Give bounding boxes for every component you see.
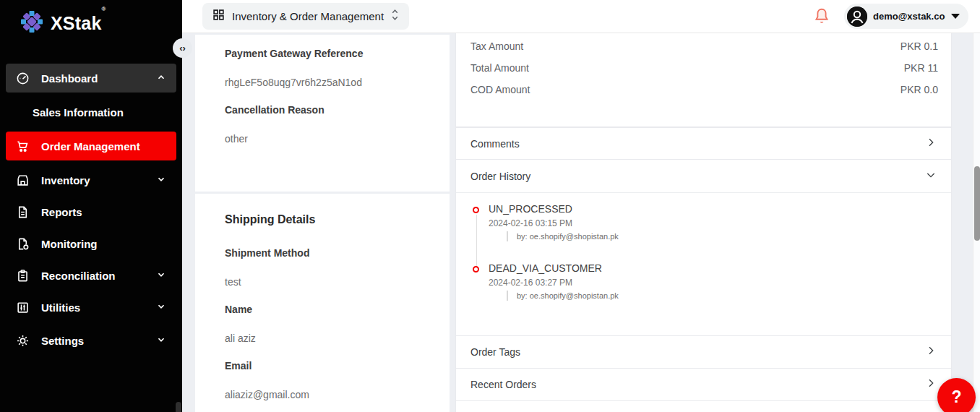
email-value: aliaziz@gmail.com bbox=[225, 389, 309, 400]
chevron-down-icon bbox=[156, 335, 168, 346]
payment-gateway-reference-value: rhgLeF5o8uqg7vr6h2z5aN1od bbox=[225, 77, 362, 88]
document-icon bbox=[14, 204, 30, 220]
notification-bell-icon[interactable] bbox=[812, 7, 831, 27]
recent-orders-label: Recent Orders bbox=[470, 379, 536, 390]
recent-orders-accordion: Recent Orders bbox=[455, 368, 952, 401]
help-button[interactable]: ? bbox=[937, 378, 976, 412]
sliders-icon bbox=[14, 299, 30, 315]
by-divider bbox=[507, 231, 508, 241]
topbar: Inventory & Order Management dem bbox=[182, 0, 980, 33]
sidebar-item-reports[interactable]: Reports bbox=[6, 198, 176, 226]
timeline-node-icon bbox=[473, 266, 479, 272]
by-divider bbox=[507, 291, 508, 301]
sidebar-item-utilities[interactable]: Utilities bbox=[6, 293, 176, 321]
page: XStak® Dashboard Sales Information bbox=[0, 0, 980, 412]
cancellation-reason-label: Cancellation Reason bbox=[225, 104, 324, 116]
summary-row-total: Total Amount PKR 11 bbox=[470, 57, 938, 79]
page-scrollbar[interactable] bbox=[973, 33, 980, 412]
chevron-right-icon bbox=[925, 345, 937, 359]
order-tags-label: Order Tags bbox=[470, 346, 520, 358]
cart-icon bbox=[14, 138, 30, 154]
tax-amount-label: Tax Amount bbox=[470, 35, 523, 57]
shipping-details-card: Shipping Details Shipment Method test Na… bbox=[195, 194, 450, 412]
history-status: DEAD_VIA_CUSTOMER bbox=[489, 262, 602, 274]
payment-details-card: Payment Gateway Reference rhgLeF5o8uqg7v… bbox=[195, 35, 450, 192]
recent-orders-accordion-header[interactable]: Recent Orders bbox=[456, 369, 951, 400]
order-tags-accordion-header[interactable]: Order Tags bbox=[456, 336, 951, 368]
amounts-summary-box: Tax Amount PKR 0.1 Total Amount PKR 11 C… bbox=[455, 32, 952, 127]
registered-mark: ® bbox=[101, 6, 106, 12]
sidebar-item-label: Order Management bbox=[41, 140, 168, 153]
total-amount-value: PKR 11 bbox=[904, 57, 938, 79]
sidebar-item-label: Utilities bbox=[41, 301, 156, 314]
name-label: Name bbox=[225, 304, 252, 315]
dashboard-gauge-icon bbox=[14, 70, 30, 86]
main-content: Payment Gateway Reference rhgLeF5o8uqg7v… bbox=[182, 33, 980, 412]
sidebar: XStak® Dashboard Sales Information bbox=[0, 0, 182, 412]
caret-down-icon bbox=[951, 14, 960, 19]
sidebar-item-settings[interactable]: Settings bbox=[6, 327, 176, 354]
store-icon bbox=[14, 172, 30, 188]
history-by-text: by: oe.shopify@shopistan.pk bbox=[517, 232, 619, 241]
gear-icon bbox=[14, 332, 30, 348]
order-history-header[interactable]: Order History bbox=[456, 160, 951, 193]
sidebar-item-label: Reconciliation bbox=[41, 270, 156, 282]
chevron-down-icon bbox=[156, 174, 168, 186]
sidebar-item-label: Inventory bbox=[41, 174, 156, 186]
history-by: by: oe.shopify@shopistan.pk bbox=[507, 231, 619, 241]
chevron-up-icon bbox=[156, 72, 168, 84]
history-datetime: 2024-02-16 03:27 PM bbox=[489, 278, 572, 288]
chevron-down-icon bbox=[156, 301, 168, 313]
cod-amount-value: PKR 0.0 bbox=[901, 79, 938, 100]
comments-label: Comments bbox=[470, 138, 520, 150]
history-datetime: 2024-02-16 03:15 PM bbox=[489, 218, 572, 228]
selector-updown-icon bbox=[391, 9, 399, 24]
summary-row-tax: Tax Amount PKR 0.1 bbox=[470, 35, 938, 57]
history-status: UN_PROCESSED bbox=[489, 203, 572, 215]
chevron-down-icon bbox=[925, 169, 937, 184]
email-label: Email bbox=[225, 360, 252, 372]
sidebar-item-dashboard[interactable]: Dashboard bbox=[6, 64, 176, 93]
sidebar-item-inventory[interactable]: Inventory bbox=[6, 166, 176, 194]
sidebar-collapse-toggle[interactable]: ‹› bbox=[173, 38, 192, 58]
scrollbar-thumb[interactable] bbox=[974, 166, 980, 241]
shipping-details-title: Shipping Details bbox=[225, 213, 315, 226]
clipboard-icon bbox=[14, 267, 30, 283]
sidebar-item-reconciliation[interactable]: Reconciliation bbox=[6, 262, 176, 289]
apps-grid-icon bbox=[212, 9, 225, 24]
sidebar-item-label: Reports bbox=[41, 206, 168, 218]
user-menu[interactable]: demo@xstak.com . bbox=[844, 4, 968, 29]
shipment-method-value: test bbox=[225, 276, 241, 288]
cod-amount-label: COD Amount bbox=[470, 79, 530, 100]
comments-accordion-header[interactable]: Comments bbox=[456, 128, 951, 159]
help-question-mark: ? bbox=[951, 387, 961, 407]
order-history-accordion: Order History UN_PROCESSED 2024-02-16 03… bbox=[455, 159, 952, 336]
sidebar-item-label: Monitoring bbox=[41, 238, 168, 250]
tax-amount-value: PKR 0.1 bbox=[901, 35, 938, 57]
order-history-label: Order History bbox=[470, 171, 530, 182]
collapse-chevrons-icon: ‹› bbox=[179, 43, 186, 53]
sidebar-item-label: Sales Information bbox=[33, 106, 168, 119]
sidebar-item-label: Dashboard bbox=[41, 72, 156, 85]
summary-row-cod: COD Amount PKR 0.0 bbox=[470, 79, 938, 100]
xstak-logo-icon bbox=[19, 9, 45, 38]
shipment-method-label: Shipment Method bbox=[225, 247, 309, 259]
timeline-connector bbox=[476, 215, 477, 267]
order-tags-accordion: Order Tags bbox=[455, 335, 952, 369]
app-switcher[interactable]: Inventory & Order Management bbox=[202, 3, 409, 30]
history-by: by: oe.shopify@shopistan.pk bbox=[507, 291, 619, 301]
sidebar-item-sales-information[interactable]: Sales Information bbox=[6, 101, 176, 123]
brand-name: XStak® bbox=[51, 13, 106, 34]
user-email: demo@xstak.com . bbox=[873, 11, 945, 22]
timeline-node-icon bbox=[473, 207, 479, 213]
chevron-down-icon bbox=[156, 270, 168, 281]
name-value: ali aziz bbox=[225, 332, 256, 344]
payment-gateway-reference-label: Payment Gateway Reference bbox=[225, 48, 363, 59]
sidebar-item-monitoring[interactable]: Monitoring bbox=[6, 230, 176, 257]
monitoring-icon bbox=[14, 236, 30, 252]
brand-logo: XStak® bbox=[19, 9, 106, 38]
cancellation-reason-value: other bbox=[225, 133, 248, 145]
sidebar-scrollbar-thumb[interactable] bbox=[176, 402, 181, 412]
sidebar-item-order-management[interactable]: Order Management bbox=[6, 132, 176, 160]
total-amount-label: Total Amount bbox=[470, 57, 529, 79]
